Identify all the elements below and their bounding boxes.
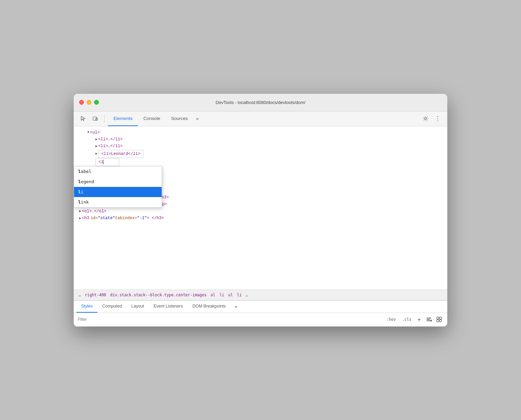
svg-rect-3 xyxy=(427,318,431,318)
tab-more-bottom[interactable]: » xyxy=(232,302,240,311)
force-element-state-button[interactable] xyxy=(435,315,443,323)
breadcrumb-ul[interactable]: ul xyxy=(226,292,235,298)
input-edit-box: <l xyxy=(95,158,119,166)
cursor-icon xyxy=(80,116,86,122)
close-button[interactable] xyxy=(79,100,84,105)
svg-point-2 xyxy=(425,118,427,120)
autocomplete-item-link[interactable]: link xyxy=(74,197,162,207)
tab-dom-breakpoints[interactable]: DOM Breakpoints xyxy=(187,300,231,313)
autocomplete-item-legend[interactable]: legend xyxy=(74,177,162,187)
tag-li-leonard: <li>Leonard</li> xyxy=(101,152,140,156)
toolbar-tabs: Elements Console Sources » xyxy=(108,111,419,126)
autocomplete-li-rest: i xyxy=(81,189,84,194)
svg-rect-4 xyxy=(427,319,430,320)
bottom-tabs: Styles Computed Layout Event Listeners D… xyxy=(74,301,447,313)
breadcrumb-div-stack[interactable]: div.stack.stack--block.type.center-image… xyxy=(108,292,209,298)
tab-more-button[interactable]: » xyxy=(193,114,201,123)
computed-style-toggle[interactable] xyxy=(425,315,433,323)
tab-event-listeners[interactable]: Event Listeners xyxy=(149,300,187,313)
triangle-ol[interactable]: ▶ xyxy=(79,208,81,214)
autocomplete-list: label legend li link xyxy=(74,166,162,208)
tab-computed[interactable]: Computed xyxy=(97,300,127,313)
tag-li2: <li>…</li> xyxy=(98,143,123,150)
triangle-li2[interactable]: ▶ xyxy=(95,143,97,149)
autocomplete-legend-bold: l xyxy=(78,179,81,184)
dom-line-h3-state: ▶ <h3 id="state" tabindex="-1" > </h3> xyxy=(74,215,447,222)
svg-rect-7 xyxy=(437,317,439,319)
breadcrumb-right400[interactable]: right-400 xyxy=(83,292,108,298)
autocomplete-label-bold: l xyxy=(78,169,81,174)
tag-li1: <li>…</li> xyxy=(98,136,123,143)
breadcrumb-ol[interactable]: ol xyxy=(209,292,217,298)
minimize-button[interactable] xyxy=(87,100,91,105)
breadcrumb-li-2[interactable]: li xyxy=(235,292,244,298)
autocomplete-legend-rest: egend xyxy=(81,179,94,184)
style-toggle-icon xyxy=(426,316,432,322)
triangle-li-leonard[interactable]: ▶ xyxy=(95,151,97,157)
h3-state-rest: > </h3> xyxy=(147,215,164,222)
autocomplete-item-label[interactable]: label xyxy=(74,167,162,177)
h3-state-attr-tabindex-name: tabindex= xyxy=(115,215,137,222)
add-style-button[interactable]: + xyxy=(415,316,423,323)
tab-layout[interactable]: Layout xyxy=(127,300,149,313)
toolbar-right: ⋮ xyxy=(420,113,443,124)
tag-input-partial: <l xyxy=(98,160,104,164)
autocomplete-link-rest: ink xyxy=(81,199,89,205)
device-toggle-button[interactable] xyxy=(90,113,101,124)
dom-line-li-1: ▶ <li>…</li> xyxy=(74,136,447,143)
dom-line-ol: ▶ <ol>…</ol> xyxy=(74,208,447,215)
h3-state-attr-id-val: "state" xyxy=(98,215,115,222)
plus-icon: + xyxy=(417,316,421,323)
settings-button[interactable] xyxy=(420,113,431,124)
dom-panel: ▼ <ul> ▶ <li>…</li> ▶ <li>…</li> ▶ <li>L… xyxy=(74,126,447,290)
traffic-lights xyxy=(79,100,99,105)
titlebar: DevTools - localhost:8080/docs/devtools/… xyxy=(74,94,447,111)
dom-line-li-leonard: ▶ <li>Leonard</li> xyxy=(74,150,447,158)
triangle-h3-state[interactable]: ▶ xyxy=(79,215,81,221)
autocomplete-dropdown: label legend li link xyxy=(74,166,162,208)
tab-styles[interactable]: Styles xyxy=(76,300,97,313)
dom-line-ul: ▼ <ul> xyxy=(74,129,447,136)
filter-input[interactable] xyxy=(78,317,382,322)
tag-ul-open: <ul> xyxy=(90,129,100,136)
bottom-panel: Styles Computed Layout Event Listeners D… xyxy=(74,300,447,327)
devtools-window: DevTools - localhost:8080/docs/devtools/… xyxy=(74,94,447,327)
dom-line-input: <l label legend li xyxy=(74,158,447,166)
toolbar: Elements Console Sources » ⋮ xyxy=(74,111,447,126)
breadcrumb-more-start[interactable]: … xyxy=(76,292,83,298)
tab-sources[interactable]: Sources xyxy=(166,111,194,126)
more-options-button[interactable]: ⋮ xyxy=(432,113,443,124)
tooltip-box: <li>Leonard</li> xyxy=(98,150,143,158)
svg-rect-5 xyxy=(427,320,431,321)
svg-rect-8 xyxy=(439,317,442,319)
tab-console[interactable]: Console xyxy=(138,111,166,126)
autocomplete-li-bold: l xyxy=(78,189,81,194)
svg-rect-6 xyxy=(431,320,432,321)
filter-bar: :hov .cls + xyxy=(74,313,447,327)
triangle-li1[interactable]: ▶ xyxy=(95,137,97,142)
svg-rect-9 xyxy=(437,320,439,322)
filter-actions: :hov .cls + xyxy=(384,315,443,323)
h3-state-attr-id-name: id= xyxy=(91,215,98,222)
triangle-ul[interactable]: ▼ xyxy=(87,129,89,135)
autocomplete-link-bold: l xyxy=(78,199,81,205)
force-state-icon xyxy=(436,316,442,322)
cls-button[interactable]: .cls xyxy=(400,316,414,322)
svg-rect-10 xyxy=(439,320,442,322)
tag-h3-state-open: <h3 xyxy=(82,215,89,222)
hov-button[interactable]: :hov xyxy=(384,316,398,322)
toolbar-divider xyxy=(104,115,105,123)
breadcrumb-more-end[interactable]: … xyxy=(244,292,250,298)
window-title: DevTools - localhost:8080/docs/devtools/… xyxy=(216,100,305,105)
more-icon: ⋮ xyxy=(435,116,441,122)
h3-state-attr-tabindex-val: "-1" xyxy=(137,215,147,222)
tag-ol: <ol>…</ol> xyxy=(82,208,106,215)
dom-line-li-2: ▶ <li>…</li> xyxy=(74,143,447,150)
tab-elements[interactable]: Elements xyxy=(108,111,138,126)
inspect-cursor-button[interactable] xyxy=(78,113,89,124)
autocomplete-label-rest: abel xyxy=(81,169,91,174)
maximize-button[interactable] xyxy=(94,100,99,105)
device-icon xyxy=(92,116,98,122)
breadcrumb-li-1[interactable]: li xyxy=(217,292,226,298)
autocomplete-item-li[interactable]: li xyxy=(74,187,162,197)
